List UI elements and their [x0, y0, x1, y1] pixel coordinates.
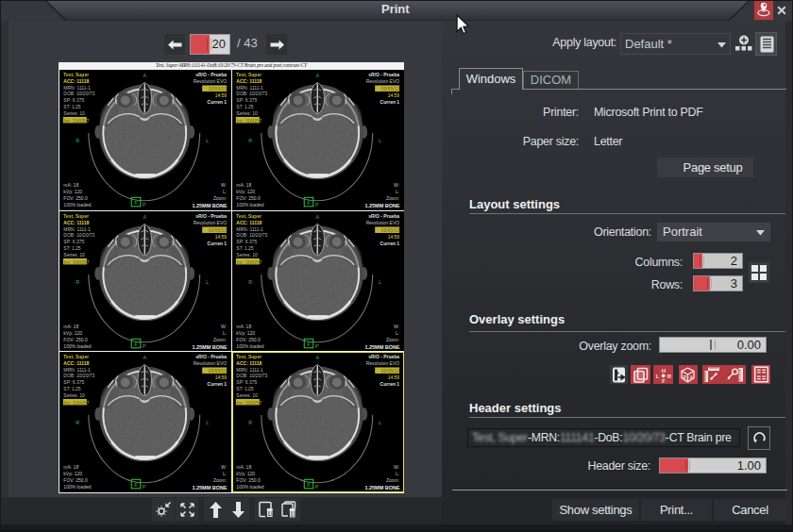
svg-text:H: H — [662, 367, 666, 373]
svg-text:F: F — [662, 378, 666, 384]
svg-text:L: L — [656, 373, 660, 378]
svg-text:A: A — [690, 374, 694, 380]
svg-text:R: R — [667, 373, 672, 378]
svg-text:R: R — [683, 374, 687, 380]
